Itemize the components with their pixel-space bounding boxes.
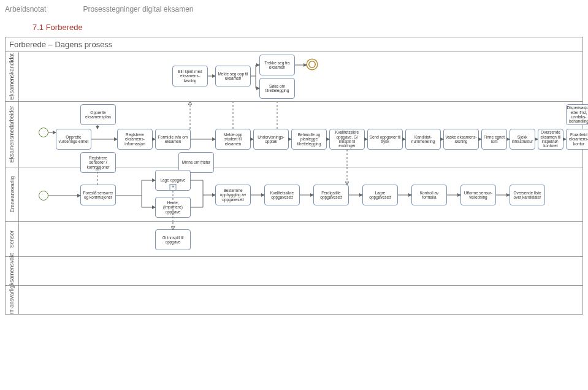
task-registrere-info: Registrere eksamens-informasjon xyxy=(117,129,153,150)
lane-label: Eksamensvakt xyxy=(9,253,15,289)
task-ferdigstille-sett: Ferdigstille oppgavesett xyxy=(313,185,349,205)
task-foresla-sensorer: Foreslå sensorer og kommisjoner xyxy=(80,185,116,205)
lane-it-ansvarlig: IT-ansvarlig xyxy=(5,286,583,315)
task-vaske-losning: Vaske eksamens-løsning xyxy=(443,129,479,150)
task-oversende-inspektor: Oversende eksamen til inspektør-kontoret xyxy=(538,129,563,150)
lane-label: Eksamensmedarbeider xyxy=(9,106,15,163)
task-oversende-kandidater: Oversende liste over kandidater xyxy=(510,185,545,205)
lane-sensor: Sensor Gi innspill til oppgave xyxy=(5,222,583,257)
task-hente-oppgave: Hente, (importere) oppgave xyxy=(155,197,191,218)
task-finne-rom: Finne egnet rom xyxy=(481,129,507,150)
lane-emneansvarlig: Emneansvarlig Foreslå sensorer og kommis… xyxy=(5,167,583,222)
intermediate-event-icon xyxy=(307,59,317,69)
task-gi-innspill: Gi innspill til oppgave xyxy=(155,229,191,250)
pool-title: Forberede – Dagens prosess xyxy=(5,37,583,52)
task-melde-opp-student: Melde opp student til eksamen xyxy=(215,129,251,150)
lane-label: Emneansvarlig xyxy=(9,176,15,213)
task-undervisningsopptak: Undervisnings-opptak xyxy=(253,129,289,150)
task-bestemme-oppbygging: Bestemme oppbygging av oppgavesett xyxy=(215,185,251,205)
task-kvalitetssikre-sett: Kvalitetssikre oppgavesett xyxy=(264,185,300,205)
task-lagre-sett: Lagre oppgavesett xyxy=(362,185,398,205)
task-forarbeid-kontor: Forarbeid eksamens-kontor xyxy=(566,129,588,150)
task-behandle-tilrettelegging: Behandle og planlegge tilrettelegging xyxy=(291,129,327,150)
lane-label: Sensor xyxy=(9,231,15,248)
task-dispensasjon: Dispensasjon etter frist, unntaks-behand… xyxy=(566,104,588,125)
task-sjekk-infrastruktur: Sjekk infrastruktur xyxy=(510,129,535,150)
task-formidle-info: Formidle info om eksamen xyxy=(155,129,191,150)
lane-eksamensmedarbeider: Eksamensmedarbeider Opprette eksamenspla… xyxy=(5,102,583,167)
lane-eksamenskandidat: Eksamenskandidat Blir kjent med eksamens… xyxy=(5,52,583,102)
start-event-icon xyxy=(39,191,48,201)
task-kvalitetssikre-oppgave: Kvalitetssikre oppgave. Gi innspill til … xyxy=(329,129,365,150)
task-send-trykk: Send oppgaver til trykk xyxy=(367,129,403,150)
task-blir-kjent: Blir kjent med eksamens-løsning xyxy=(172,66,208,86)
lane-eksamensvakt: Eksamensvakt xyxy=(5,257,583,286)
doc-type: Arbeidsnotat xyxy=(5,5,46,13)
start-event-icon xyxy=(39,128,48,137)
task-utforme-veiledning: Utforme sensur-veiledning xyxy=(460,185,496,205)
task-opprette-plan: Opprette eksamensplan xyxy=(80,104,116,125)
lane-label: Eksamenskandidat xyxy=(9,53,15,100)
doc-title: Prosesstegninger digital eksamen xyxy=(83,5,193,13)
task-opprette-vurderingsenhet: Opprette vurderings-enhet xyxy=(56,129,91,150)
lane-label: IT-ansvarlig xyxy=(9,286,15,315)
task-soke-tilrettelegging: Søke om tilrettelegging xyxy=(259,78,295,99)
task-kandidatnummerering: Kandidat-nummerering xyxy=(405,129,441,150)
task-lage-oppgave: Lage oppgave xyxy=(155,170,191,191)
task-trekke-seg: Trekke seg fra eksamen xyxy=(259,55,295,75)
task-kontroll-formalia: Kontroll av formalia xyxy=(411,185,447,205)
task-melde-seg-opp: Melde seg opp til eksamen xyxy=(215,66,251,86)
section-heading: 7.1 Forberede xyxy=(32,23,583,32)
